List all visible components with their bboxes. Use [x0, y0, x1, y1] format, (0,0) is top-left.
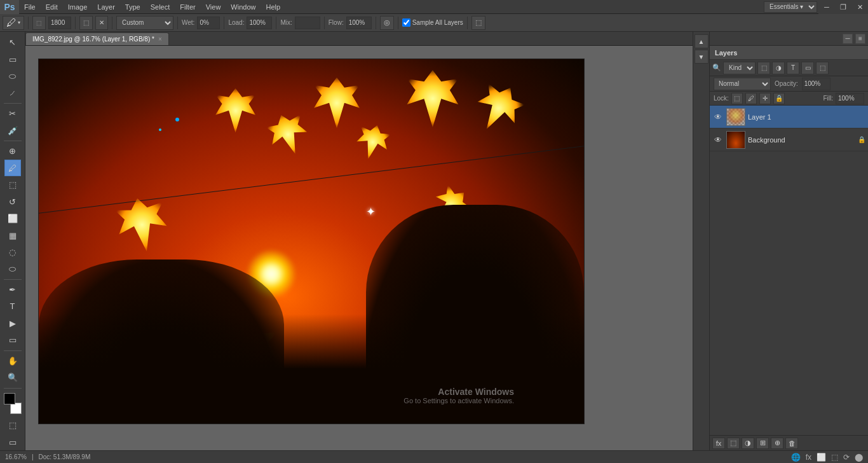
background-layer-thumbnail: [726, 131, 745, 149]
close-button[interactable]: ✕: [851, 0, 868, 14]
minimize-button[interactable]: ─: [818, 0, 835, 14]
zoom-tool[interactable]: 🔍: [4, 370, 21, 385]
tool-separator-4: [4, 350, 22, 351]
menu-layer[interactable]: Layer: [92, 0, 120, 14]
menu-select[interactable]: Select: [146, 0, 175, 14]
airbrush-toggle[interactable]: ◎: [380, 16, 394, 30]
delete-layer-btn[interactable]: 🗑: [785, 438, 798, 449]
layer-row-1[interactable]: 👁 Layer 1: [710, 106, 868, 128]
new-group-btn[interactable]: ⊞: [756, 438, 769, 449]
clone-source-btn[interactable]: ⬚: [471, 16, 485, 30]
toolbox: ↖ ▭ ⬭ ⟋ ✂ 💉 ⊕ 🖊 ⬚ ↺ ⬜ ▦ ◌ ⬭ ✒ T ▶ ▭ ✋ 🔍 …: [0, 32, 25, 450]
erase-toggle[interactable]: ✕: [95, 16, 108, 30]
canvas-content: ✦ ✦: [39, 59, 584, 424]
gradient-tool[interactable]: ▦: [4, 227, 21, 243]
color-swatch-area: [4, 393, 22, 414]
canvas-image[interactable]: ✦ ✦ Activate Windows Go to Settings to a…: [38, 59, 585, 424]
status-icon-4: ⬚: [831, 453, 838, 462]
menu-type[interactable]: Type: [120, 0, 146, 14]
quick-mask-toggle[interactable]: ⬚: [4, 417, 21, 433]
menu-file[interactable]: File: [19, 0, 41, 14]
crop-tool[interactable]: ✂: [4, 106, 21, 121]
preset-select[interactable]: Custom: [116, 16, 173, 30]
canvas-container[interactable]: ✦ ✦ Activate Windows Go to Settings to a…: [25, 46, 693, 450]
eraser-tool[interactable]: ⬜: [4, 211, 21, 226]
leaf-2: [311, 78, 362, 128]
new-layer-btn[interactable]: ⊕: [771, 438, 783, 449]
workspace-selector[interactable]: Essentials ▾: [764, 1, 817, 13]
brush-size-display[interactable]: ⬚: [32, 16, 46, 30]
type-filter-btn[interactable]: T: [787, 62, 799, 74]
brush-tool[interactable]: 🖊: [4, 160, 21, 176]
lock-all-btn[interactable]: 🔒: [773, 93, 785, 104]
marquee-tool[interactable]: ▭: [4, 51, 21, 67]
adjustment-filter-btn[interactable]: ◑: [772, 62, 785, 74]
eyedropper-tool[interactable]: 💉: [4, 122, 21, 138]
menu-help[interactable]: Help: [261, 0, 285, 14]
restore-button[interactable]: ❐: [835, 0, 851, 14]
brush-size-input[interactable]: [48, 17, 71, 29]
layer-1-visibility-toggle[interactable]: 👁: [712, 111, 724, 123]
pen-tool[interactable]: ✒: [4, 282, 21, 298]
mix-input[interactable]: [295, 17, 320, 29]
panel-arrow-down[interactable]: ▼: [695, 50, 709, 64]
dodge-tool[interactable]: ⬭: [4, 261, 21, 277]
pixel-filter-btn[interactable]: ⬚: [757, 62, 770, 74]
lasso-tool[interactable]: ⬭: [4, 68, 21, 84]
brush-toggle[interactable]: ⬚: [79, 16, 93, 30]
status-icon-1: 🌐: [791, 453, 801, 462]
app-logo: Ps: [4, 2, 15, 12]
status-icon-6: ⬤: [855, 453, 863, 462]
lock-transparent-btn[interactable]: ⬚: [731, 93, 743, 104]
leaf-4: [466, 76, 531, 141]
path-select[interactable]: ▶: [4, 315, 21, 331]
move-tool[interactable]: ↖: [4, 34, 21, 50]
menu-window[interactable]: Window: [226, 0, 261, 14]
stamp-tool[interactable]: ⬚: [4, 177, 21, 193]
layers-panel-title: Layers: [710, 46, 868, 60]
layer-filter-kind[interactable]: Kind: [723, 62, 756, 74]
tool-preset-picker[interactable]: 🖊 ▾: [3, 16, 24, 30]
layers-blend-row: Normal Dissolve Multiply Screen Overlay …: [710, 76, 868, 92]
lock-position-btn[interactable]: ✛: [759, 93, 771, 104]
lock-image-btn[interactable]: 🖊: [745, 93, 757, 104]
layers-lock-row: Lock: ⬚ 🖊 ✛ 🔒 Fill:: [710, 92, 868, 106]
healing-tool[interactable]: ⊕: [4, 143, 21, 159]
add-mask-btn[interactable]: ⬚: [727, 438, 740, 449]
history-brush[interactable]: ↺: [4, 193, 21, 209]
sample-all-layers-label: Sample All Layers: [412, 19, 463, 26]
menu-image[interactable]: Image: [63, 0, 93, 14]
panel-menu-btn[interactable]: ≡: [855, 34, 865, 44]
load-input[interactable]: [247, 17, 272, 29]
wet-input[interactable]: [197, 17, 220, 29]
flow-input[interactable]: [346, 17, 372, 29]
fill-input[interactable]: [836, 93, 864, 104]
screen-mode-toggle[interactable]: ▭: [4, 434, 21, 450]
menu-view[interactable]: View: [201, 0, 226, 14]
toolbar-separator-7: [324, 17, 325, 29]
shape-filter-btn[interactable]: ▭: [801, 62, 814, 74]
quick-select-tool[interactable]: ⟋: [4, 85, 21, 100]
panel-arrow-up[interactable]: ▲: [695, 34, 709, 48]
foreground-color-swatch[interactable]: [4, 393, 15, 404]
add-layer-style-btn[interactable]: fx: [712, 438, 725, 449]
document-tab[interactable]: IMG_8922.jpg @ 16.7% (Layer 1, RGB/8) * …: [25, 32, 169, 45]
smart-filter-btn[interactable]: ⬚: [816, 62, 829, 74]
fill-label: Fill:: [823, 95, 833, 102]
layers-title-text: Layers: [715, 49, 737, 57]
menu-edit[interactable]: Edit: [41, 0, 63, 14]
menu-filter[interactable]: Filter: [175, 0, 200, 14]
layer-row-background[interactable]: 👁 Background 🔒: [710, 128, 868, 151]
tab-close-button[interactable]: ×: [158, 36, 162, 43]
hand-tool[interactable]: ✋: [4, 353, 21, 369]
type-tool[interactable]: T: [4, 298, 21, 314]
load-label: Load:: [228, 19, 244, 26]
background-layer-visibility-toggle[interactable]: 👁: [712, 134, 724, 146]
blend-mode-select[interactable]: Normal Dissolve Multiply Screen Overlay: [714, 78, 771, 90]
panel-collapse-btn[interactable]: ─: [843, 34, 853, 44]
shape-tool[interactable]: ▭: [4, 332, 21, 348]
opacity-input[interactable]: [802, 78, 831, 90]
sample-all-layers-checkbox[interactable]: Sample All Layers: [402, 18, 463, 27]
new-fill-layer-btn[interactable]: ◑: [742, 438, 754, 449]
blur-tool[interactable]: ◌: [4, 244, 21, 260]
